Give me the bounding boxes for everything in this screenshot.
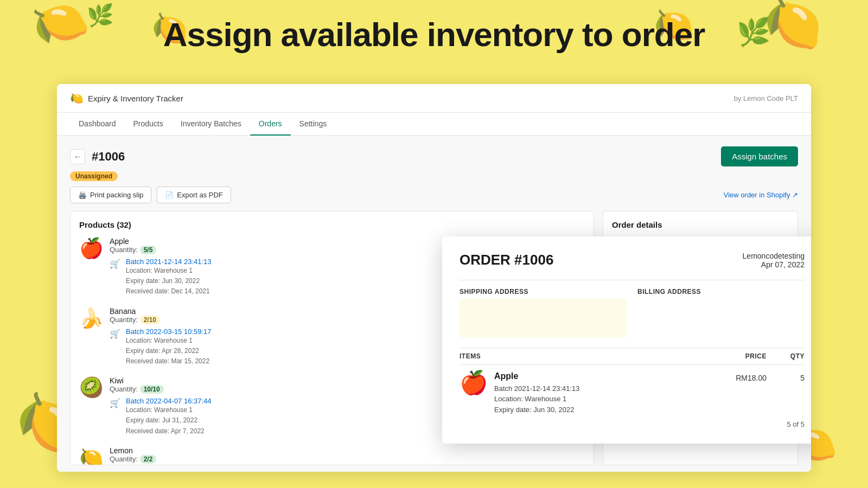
lemon-name: Lemon bbox=[110, 446, 585, 455]
slip-customer-date: Apr 07, 2022 bbox=[743, 260, 805, 269]
qty-col-label: QTY bbox=[772, 352, 805, 360]
kiwi-qty-badge: 10/10 bbox=[140, 385, 164, 394]
lemon-emoji: 🍋 bbox=[79, 446, 103, 465]
packing-slip-overlay: ORDER #1006 Lemoncodetesting Apr 07, 202… bbox=[442, 236, 811, 444]
unassigned-badge: Unassigned bbox=[70, 171, 118, 181]
nav-settings[interactable]: Settings bbox=[291, 113, 336, 136]
slip-header: ORDER #1006 Lemoncodetesting Apr 07, 202… bbox=[459, 252, 805, 269]
slip-batch-qty-label: 5 of 5 bbox=[787, 420, 805, 428]
slip-customer: Lemoncodetesting Apr 07, 2022 bbox=[743, 252, 805, 269]
shipping-address-block: SHIPPING ADDRESS bbox=[459, 288, 627, 338]
nav-inventory-batches[interactable]: Inventory Batches bbox=[172, 113, 250, 136]
banana-emoji: 🍌 bbox=[79, 307, 103, 330]
by-label: by Lemon Code PLT bbox=[734, 94, 798, 102]
export-pdf-button[interactable]: 📄 Export as PDF bbox=[157, 187, 231, 203]
shipping-address-placeholder bbox=[459, 299, 627, 338]
slip-item-name: Apple bbox=[494, 371, 580, 381]
app-header: 🍋 Expiry & Inventory Tracker by Lemon Co… bbox=[57, 84, 811, 113]
product-item-lemon: 🍋 Lemon Quantity: 2/2 bbox=[79, 446, 585, 465]
cart-icon: 🛒 bbox=[110, 398, 120, 408]
billing-label: BILLING ADDRESS bbox=[637, 288, 805, 296]
order-details-title: Order details bbox=[612, 220, 789, 229]
slip-divider bbox=[459, 280, 805, 280]
print-packing-slip-button[interactable]: 🖨️ Print packing slip bbox=[70, 187, 151, 203]
slip-addresses: SHIPPING ADDRESS BILLING ADDRESS bbox=[459, 288, 805, 338]
slip-items-header: ITEMS PRICE QTY bbox=[459, 348, 805, 365]
nav-dashboard[interactable]: Dashboard bbox=[70, 113, 125, 136]
slip-item-price: RM18.00 bbox=[701, 371, 767, 382]
products-panel-title: Products (32) bbox=[79, 220, 585, 229]
hero-title: Assign available inventory to order bbox=[0, 15, 868, 54]
billing-address-block: BILLING ADDRESS bbox=[637, 288, 805, 338]
action-buttons-row: 🖨️ Print packing slip 📄 Export as PDF Vi… bbox=[70, 187, 798, 203]
apple-emoji: 🍎 bbox=[79, 237, 103, 260]
slip-order-number: ORDER #1006 bbox=[459, 252, 553, 268]
app-name: Expiry & Inventory Tracker bbox=[88, 94, 183, 103]
app-nav: Dashboard Products Inventory Batches Ord… bbox=[57, 113, 811, 136]
lemon-qty: Quantity: 2/2 bbox=[110, 455, 585, 464]
price-col-label: PRICE bbox=[701, 352, 767, 360]
pdf-icon: 📄 bbox=[165, 191, 174, 199]
action-btns-left: 🖨️ Print packing slip 📄 Export as PDF bbox=[70, 187, 231, 203]
lemon-info: Lemon Quantity: 2/2 bbox=[110, 446, 585, 465]
cart-icon: 🛒 bbox=[110, 259, 120, 269]
slip-batch-location: Location: Warehouse 1 bbox=[494, 394, 580, 404]
shipping-label: SHIPPING ADDRESS bbox=[459, 288, 627, 296]
back-button[interactable]: ← bbox=[70, 149, 85, 164]
assign-batches-button[interactable]: Assign batches bbox=[721, 146, 798, 166]
slip-batch-name: Batch 2021-12-14 23:41:13 bbox=[494, 383, 580, 394]
slip-item-batch: Batch 2021-12-14 23:41:13 Location: Ware… bbox=[494, 383, 580, 415]
kiwi-emoji: 🥝 bbox=[79, 376, 103, 399]
nav-orders[interactable]: Orders bbox=[250, 113, 291, 136]
banana-qty-badge: 2/10 bbox=[140, 316, 160, 324]
slip-apple-emoji: 🍎 bbox=[459, 371, 488, 394]
app-window: 🍋 Expiry & Inventory Tracker by Lemon Co… bbox=[57, 84, 811, 472]
slip-batch-expiry: Expiry date: Jun 30, 2022 bbox=[494, 404, 580, 415]
slip-customer-name: Lemoncodetesting bbox=[743, 252, 805, 260]
print-label: Print packing slip bbox=[90, 191, 143, 199]
items-col-label: ITEMS bbox=[459, 352, 696, 360]
slip-item-left: 🍎 Apple Batch 2021-12-14 23:41:13 Locati… bbox=[459, 371, 696, 415]
app-logo: 🍋 Expiry & Inventory Tracker bbox=[70, 92, 183, 105]
order-title-row: ← #1006 bbox=[70, 149, 125, 164]
export-label: Export as PDF bbox=[177, 191, 223, 199]
logo-icon: 🍋 bbox=[70, 92, 84, 105]
slip-item-info: Apple Batch 2021-12-14 23:41:13 Location… bbox=[494, 371, 580, 415]
slip-item-qty: 5 bbox=[772, 371, 805, 382]
page-content: ← #1006 Assign batches Unassigned 🖨️ Pri… bbox=[57, 136, 811, 471]
cart-icon: 🛒 bbox=[110, 329, 120, 339]
view-order-link[interactable]: View order in Shopify ↗ bbox=[724, 191, 798, 199]
order-header: ← #1006 Assign batches bbox=[70, 146, 798, 166]
slip-item-row: 🍎 Apple Batch 2021-12-14 23:41:13 Locati… bbox=[459, 371, 805, 415]
apple-qty-badge: 5/5 bbox=[140, 246, 157, 254]
lemon-qty-badge: 2/2 bbox=[140, 455, 157, 464]
nav-products[interactable]: Products bbox=[125, 113, 172, 136]
order-number: #1006 bbox=[92, 150, 125, 164]
printer-icon: 🖨️ bbox=[78, 191, 87, 199]
